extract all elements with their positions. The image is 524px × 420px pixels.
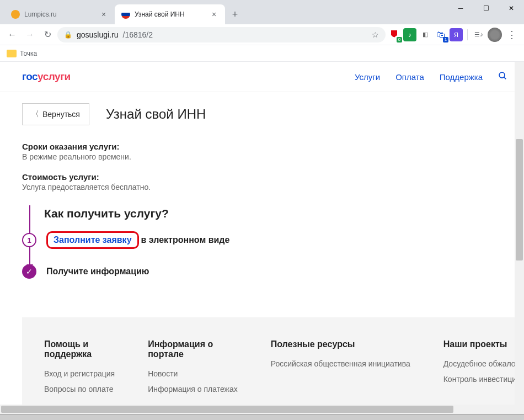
check-icon: ✓ [22, 264, 36, 279]
footer-link[interactable]: Информация о платежах [148, 385, 238, 394]
footer-resources: Полезные ресурсы Российская общественная… [271, 339, 410, 400]
back-link-button[interactable]: 〈 Вернуться [22, 103, 89, 125]
maximize-button[interactable]: ☐ [473, 0, 499, 17]
steps-list: 1 Заполните заявку в электронном виде ✓ … [22, 231, 524, 279]
footer-projects: Наши проекты Досудебное обжалование Конт… [443, 339, 524, 400]
url-host: gosuslugi.ru [77, 30, 119, 39]
close-icon[interactable]: × [210, 10, 218, 19]
tab-lumpics[interactable]: Lumpics.ru × [4, 4, 115, 24]
url-input[interactable]: 🔒 gosuslugi.ru/16816/2 ☆ [57, 27, 386, 42]
footer-link[interactable]: Российская общественная инициатива [271, 359, 410, 368]
step-number-badge: 1 [22, 233, 36, 247]
favicon-icon [11, 10, 20, 19]
nav-payment[interactable]: Оплата [395, 72, 424, 82]
bookmarks-bar: Точка [0, 45, 524, 62]
chevron-left-icon: 〈 [31, 109, 39, 119]
fill-application-link[interactable]: Заполните заявку [54, 235, 132, 245]
extension-icon[interactable]: ◧ [419, 28, 432, 41]
extension-icon[interactable]: 🛍1 [434, 28, 447, 41]
extension-icon[interactable]: ⛊0 [388, 28, 401, 41]
nav-support[interactable]: Поддержка [440, 72, 483, 82]
cost-label: Стоимость услуги: [22, 172, 524, 182]
tab-title: Lumpics.ru [24, 10, 57, 18]
timing-label: Сроки оказания услуги: [22, 142, 524, 151]
search-icon[interactable] [498, 71, 507, 83]
window-controls: ─ ☐ ✕ [448, 0, 524, 17]
tab-title: Узнай свой ИНН [135, 10, 185, 18]
extension-icon[interactable]: Я [450, 28, 463, 41]
tab-strip: Lumpics.ru × Узнай свой ИНН × + [4, 4, 243, 24]
footer-link[interactable]: Досудебное обжалование [443, 359, 524, 368]
timing-block: Сроки оказания услуги: В режиме реальног… [22, 142, 524, 161]
scrollbar-corner [515, 405, 524, 414]
reload-button[interactable]: ↻ [40, 27, 55, 42]
menu-button[interactable]: ⋮ [504, 29, 520, 41]
howto-heading: Как получить услугу? [44, 207, 524, 220]
nav-services[interactable]: Услуги [355, 72, 380, 82]
folder-icon [7, 50, 17, 57]
footer-help: Помощь и поддержка Вход и регистрация Во… [44, 339, 115, 400]
minimize-button[interactable]: ─ [448, 0, 473, 17]
gosuslugi-logo[interactable]: госуслуги [22, 71, 71, 83]
footer-info: Информация о портале Новости Информация … [148, 339, 238, 400]
close-icon[interactable]: × [99, 10, 108, 19]
url-path: /16816/2 [123, 30, 153, 39]
page-title: Узнай свой ИНН [106, 107, 206, 122]
footer-link[interactable]: Вопросы по оплате [44, 385, 115, 394]
step-text: Заполните заявку в электронном виде [46, 231, 229, 249]
step-2: ✓ Получите информацию [22, 264, 524, 279]
window-border [0, 414, 524, 420]
scrollbar-thumb[interactable] [516, 139, 523, 260]
horizontal-scrollbar[interactable] [0, 405, 515, 414]
extensions: ⛊0 ♪ ◧ 🛍1 Я ☰♪ ⋮ [388, 28, 520, 42]
browser-titlebar: Lumpics.ru × Узнай свой ИНН × + ─ ☐ ✕ [0, 0, 524, 24]
site-footer: Помощь и поддержка Вход и регистрация Во… [22, 317, 524, 405]
content-area: 〈 Вернуться Узнай свой ИНН Сроки оказани… [0, 92, 524, 405]
main-nav: Услуги Оплата Поддержка [355, 71, 507, 83]
vertical-scrollbar[interactable] [515, 62, 524, 405]
new-tab-button[interactable]: + [227, 7, 243, 22]
footer-link[interactable]: Контроль инвестиций [443, 375, 524, 384]
step-1: 1 Заполните заявку в электронном виде [22, 231, 524, 249]
close-button[interactable]: ✕ [499, 0, 524, 17]
forward-button[interactable]: → [22, 27, 38, 42]
svg-point-0 [499, 72, 505, 78]
cost-block: Стоимость услуги: Услуга предоставляется… [22, 172, 524, 192]
extension-icon[interactable]: ♪ [403, 28, 416, 41]
step-text: Получите информацию [46, 267, 149, 277]
site-header: госуслуги Услуги Оплата Поддержка [0, 62, 524, 92]
footer-link[interactable]: Новости [148, 369, 238, 378]
address-bar: ← → ↻ 🔒 gosuslugi.ru/16816/2 ☆ ⛊0 ♪ ◧ 🛍1… [0, 24, 524, 45]
lock-icon: 🔒 [64, 31, 72, 39]
tab-gosuslugi[interactable]: Узнай свой ИНН × [115, 4, 225, 24]
svg-line-1 [504, 77, 506, 79]
back-button[interactable]: ← [4, 27, 20, 42]
main-column: 〈 Вернуться Узнай свой ИНН Сроки оказани… [22, 103, 524, 405]
cost-value: Услуга предоставляется бесплатно. [22, 183, 524, 192]
favicon-icon [121, 10, 130, 19]
scrollbar-thumb[interactable] [1, 406, 453, 413]
timing-value: В режиме реального времени. [22, 152, 524, 161]
reading-list-icon[interactable]: ☰♪ [472, 28, 485, 41]
separator [467, 29, 468, 40]
highlight-annotation: Заполните заявку [46, 231, 139, 249]
star-icon[interactable]: ☆ [372, 30, 379, 39]
bookmark-item[interactable]: Точка [20, 50, 37, 57]
footer-link[interactable]: Вход и регистрация [44, 369, 115, 378]
profile-avatar[interactable] [488, 28, 502, 42]
page-viewport: госуслуги Услуги Оплата Поддержка 〈 Верн… [0, 62, 524, 405]
